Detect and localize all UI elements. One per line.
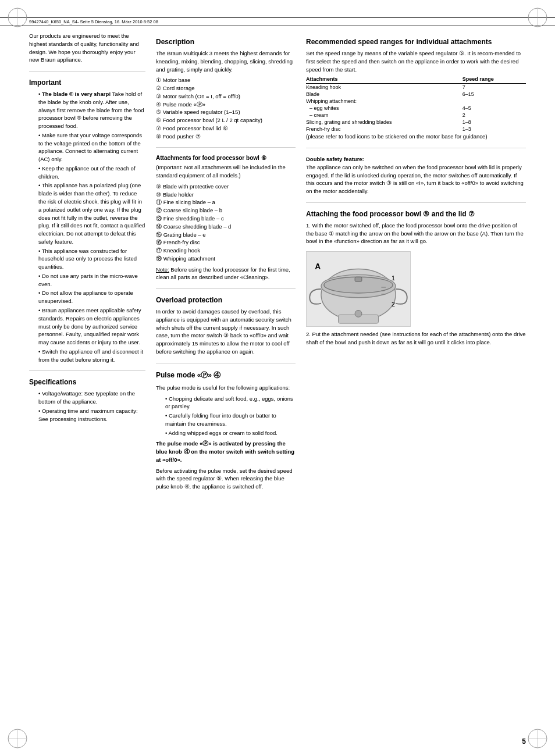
list-item: Do not allow the appliance to operate un… xyxy=(36,289,145,305)
list-item: This appliance has a polarized plug (one… xyxy=(36,181,145,245)
svg-text:2: 2 xyxy=(392,301,395,308)
list-item: Chopping delicate and soft food, e.g., e… xyxy=(163,395,296,411)
corner-decoration-bl xyxy=(6,727,29,750)
list-item: Do not use any parts in the micro-wave o… xyxy=(36,272,145,288)
attaching-heading: Attaching the food processor bowl ⑤ and … xyxy=(306,210,526,218)
table-note: (please refer to food icons to be sticke… xyxy=(306,133,526,141)
speed-value: 2 xyxy=(462,112,526,119)
note-label: Note: xyxy=(156,266,169,273)
overload-text: In order to avoid damages caused by over… xyxy=(156,308,296,356)
list-item: Carefully folding flour into dough or ba… xyxy=(163,412,296,428)
speed-value xyxy=(462,98,526,105)
bowl-image: A 1 2 xyxy=(306,251,411,327)
list-item: Operating time and maximum capacity: See… xyxy=(36,407,145,423)
pulse-footer: Before activating the pulse mode, set th… xyxy=(156,467,296,491)
column-mid: Description The Braun Multiquick 3 meets… xyxy=(156,32,296,494)
svg-text:A: A xyxy=(315,262,321,271)
divider-1 xyxy=(29,71,145,72)
speed-value: 6–15 xyxy=(462,91,526,98)
important-heading: Important xyxy=(29,79,145,87)
attaching-text-2: 2. Put the attachment needed (see instru… xyxy=(306,330,526,347)
blade-warning-bold: The blade ® is very sharp! xyxy=(42,91,111,97)
header-bar: 99427440_K650_NA_S4- Seite 5 Dienstag, 1… xyxy=(0,17,555,26)
list-item: Voltage/wattage: See typeplate on the bo… xyxy=(36,390,145,406)
table-row: Slicing, grating and shredding blades 1–… xyxy=(306,119,526,126)
attachments-list: ⑨ Blade with protective cover ⑩ Blade ho… xyxy=(156,183,296,263)
pulse-intro: The pulse mode is useful for the followi… xyxy=(156,384,296,392)
table-row: Kneading hook 7 xyxy=(306,84,526,91)
intro-text: Our products are engineered to meet the … xyxy=(29,32,145,64)
speed-table: Attachments Speed range Kneading hook 7 … xyxy=(306,76,526,133)
attachment-name: Whipping attachment: xyxy=(306,98,462,105)
corner-decoration-br xyxy=(526,727,549,750)
divider-2 xyxy=(29,370,145,371)
attachments-note: (Important: Not all attachments will be … xyxy=(156,163,296,180)
important-list: The blade ® is very sharp! Take hold of … xyxy=(29,90,145,363)
attachments-heading: Attachments for food processor bowl ⑥ xyxy=(156,155,296,161)
divider-7 xyxy=(306,202,526,203)
attaching-text-1: 1. With the motor switched off, place th… xyxy=(306,222,526,245)
main-columns: Our products are engineered to meet the … xyxy=(0,32,555,494)
table-header-attachments: Attachments xyxy=(306,76,462,84)
pulse-bold-text: The pulse mode «Ⓟ» is activated by press… xyxy=(156,440,296,463)
list-item: Make sure that your voltage corresponds … xyxy=(36,131,145,163)
specifications-heading: Specifications xyxy=(29,378,145,386)
page: 99427440_K650_NA_S4- Seite 5 Dienstag, 1… xyxy=(0,0,555,756)
table-header-speed: Speed range xyxy=(462,76,526,84)
recommended-intro: Set the speed range by means of the vari… xyxy=(306,49,526,73)
column-right: Recommended speed ranges for individual … xyxy=(306,32,526,494)
recommended-heading: Recommended speed ranges for individual … xyxy=(306,38,526,46)
svg-point-24 xyxy=(355,311,362,318)
page-number: 5 xyxy=(522,737,526,746)
speed-value: 7 xyxy=(462,84,526,91)
attachment-name: French-fry disc xyxy=(306,126,462,133)
note-text: Note: Before using the food processor fo… xyxy=(156,266,296,282)
table-row: – egg whites 4–5 xyxy=(306,105,526,112)
list-item: Keep the appliance out of the reach of c… xyxy=(36,165,145,181)
divider-3 xyxy=(156,147,296,148)
corner-decoration-tl xyxy=(6,6,29,29)
table-row: French-fry disc 1–3 xyxy=(306,126,526,133)
column-left: Our products are engineered to meet the … xyxy=(29,32,145,494)
table-row: – cream 2 xyxy=(306,112,526,119)
header-text: 99427440_K650_NA_S4- Seite 5 Dienstag, 1… xyxy=(29,19,158,24)
attachment-name: – egg whites xyxy=(306,105,462,112)
double-safety-heading: Double safety feature: xyxy=(306,156,364,162)
speed-value: 4–5 xyxy=(462,105,526,112)
overload-heading: Overload protection xyxy=(156,296,296,304)
attachment-name: Blade xyxy=(306,91,462,98)
divider-6 xyxy=(306,148,526,148)
divider-4 xyxy=(156,288,296,289)
list-item: Switch the appliance off and disconnect … xyxy=(36,348,145,364)
list-item: This appliance was constructed for house… xyxy=(36,247,145,271)
attachment-name: – cream xyxy=(306,112,462,119)
pulse-heading: Pulse mode «Ⓟ» ④ xyxy=(156,370,296,380)
divider-5 xyxy=(156,363,296,363)
specifications-list: Voltage/wattage: See typeplate on the bo… xyxy=(29,390,145,423)
attachment-name: Kneading hook xyxy=(306,84,462,91)
double-safety-text: Double safety feature: The appliance can… xyxy=(306,155,526,195)
table-row: Whipping attachment: xyxy=(306,98,526,105)
pulse-bullets: Chopping delicate and soft food, e.g., e… xyxy=(156,395,296,437)
description-heading: Description xyxy=(156,38,296,46)
list-item: The blade ® is very sharp! Take hold of … xyxy=(36,90,145,130)
list-item: Braun appliances meet applicable safety … xyxy=(36,306,145,347)
attachment-name: Slicing, grating and shredding blades xyxy=(306,119,462,126)
corner-decoration-tr xyxy=(526,6,549,29)
svg-text:1: 1 xyxy=(392,274,395,281)
speed-value: 1–3 xyxy=(462,126,526,133)
parts-list: ① Motor base ② Cord storage ③ Motor swit… xyxy=(156,76,296,140)
list-item: Adding whipped eggs or cream to solid fo… xyxy=(163,429,296,437)
svg-rect-19 xyxy=(355,277,362,282)
description-intro: The Braun Multiquick 3 meets the highest… xyxy=(156,49,296,73)
speed-value: 1–8 xyxy=(462,119,526,126)
table-row: Blade 6–15 xyxy=(306,91,526,98)
